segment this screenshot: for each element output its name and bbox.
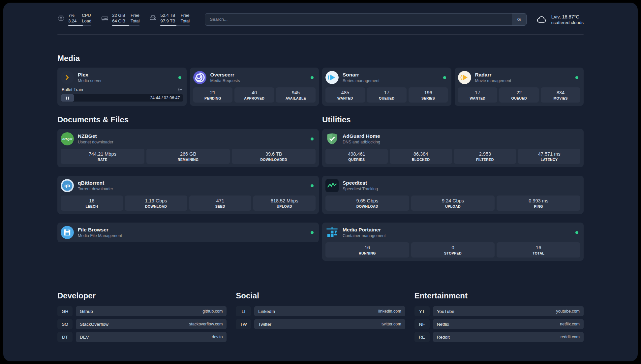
bookmark-abbr: LI bbox=[236, 306, 251, 316]
bookmark-domain: github.com bbox=[202, 309, 223, 314]
bookmark-name: Netflix bbox=[437, 322, 449, 327]
memory-progress-fill bbox=[112, 25, 129, 26]
cpu-progress-bar bbox=[68, 25, 91, 26]
cpu-label-top: CPU bbox=[82, 13, 91, 18]
bookmark-netflix[interactable]: NF Netflix netflix.com bbox=[414, 319, 584, 329]
disk-icon bbox=[149, 15, 157, 22]
stat-approved: 40 APPROVED bbox=[234, 87, 274, 103]
service-card-filebrowser: File Browser Media File Management bbox=[57, 223, 319, 242]
stat-latency: 47.571 ms LATENCY bbox=[518, 149, 580, 164]
section-documents: Documents & Files nzbget NZBGet Usenet d… bbox=[57, 115, 319, 251]
service-link-overseerr[interactable]: Overseerr Media Requests bbox=[193, 71, 316, 84]
service-subtitle: Media File Management bbox=[78, 233, 122, 238]
disk-progress-fill bbox=[160, 25, 176, 26]
bookmark-name: DEV bbox=[80, 335, 89, 340]
service-link-adguard[interactable]: AdGuard Home DNS and adblocking bbox=[325, 132, 580, 145]
status-dot bbox=[178, 76, 181, 79]
stat-ping: 0.993 ms PING bbox=[497, 196, 580, 211]
memory-progress-bar bbox=[112, 25, 139, 26]
service-link-speedtest[interactable]: Speedtest Speedtest Tracking bbox=[325, 179, 580, 192]
service-link-filebrowser[interactable]: File Browser Media File Management bbox=[61, 226, 316, 239]
bookmark-linkedin[interactable]: LI LinkedIn linkedin.com bbox=[236, 306, 405, 316]
radarr-icon bbox=[458, 71, 471, 84]
search-provider-button[interactable]: G bbox=[512, 14, 526, 25]
bookmarks-section: Developer GH Github github.com SO StackO… bbox=[57, 291, 584, 345]
service-card-overseerr: Overseerr Media Requests 21 PENDING 40 A… bbox=[190, 68, 319, 106]
disk-values: 52.4 TB 97.9 TB bbox=[160, 13, 175, 24]
section-media: Media Plex Media server Bullet Train bbox=[57, 54, 584, 106]
bookmark-group-title: Entertainment bbox=[414, 291, 584, 300]
bookmark-name: Github bbox=[80, 309, 93, 314]
pause-button[interactable] bbox=[61, 94, 74, 102]
memory-values: 22 GiB 64 GiB bbox=[112, 13, 125, 24]
service-name: Media Portainer bbox=[343, 227, 386, 233]
service-link-portainer[interactable]: Media Portainer Container management bbox=[325, 226, 580, 239]
stat-upload: 618.52 Mbps UPLOAD bbox=[253, 196, 316, 211]
cpu-values: 7% 3.24 bbox=[68, 13, 76, 24]
bookmark-twitter[interactable]: TW Twitter twitter.com bbox=[236, 319, 405, 329]
status-dot bbox=[443, 76, 446, 79]
service-link-qbittorrent[interactable]: qb qBittorrent Torrent downloader bbox=[61, 179, 316, 192]
plex-icon bbox=[61, 71, 74, 84]
bookmark-abbr: TW bbox=[236, 319, 251, 329]
stat-seed: 471 SEED bbox=[189, 196, 252, 211]
service-card-speedtest: Speedtest Speedtest Tracking 9.65 Gbps D… bbox=[322, 176, 584, 214]
bookmark-github[interactable]: GH Github github.com bbox=[57, 306, 227, 316]
status-dot bbox=[311, 231, 314, 234]
service-link-plex[interactable]: Plex Media server bbox=[61, 71, 183, 84]
status-dot bbox=[575, 231, 578, 234]
disk-label-top: Free bbox=[181, 13, 190, 18]
bookmark-abbr: GH bbox=[57, 306, 73, 316]
bookmark-abbr: YT bbox=[414, 306, 430, 316]
portainer-icon bbox=[325, 226, 339, 239]
status-dot bbox=[311, 184, 314, 187]
bookmark-domain: twitter.com bbox=[382, 322, 401, 326]
adguard-icon bbox=[325, 132, 339, 145]
service-link-sonarr[interactable]: Sonarr Series management bbox=[325, 71, 448, 84]
speedtest-icon bbox=[325, 179, 339, 192]
bookmark-stackoverflow[interactable]: SO StackOverflow stackoverflow.com bbox=[57, 319, 227, 329]
service-name: NZBGet bbox=[78, 133, 113, 139]
cpu-label-bottom: Load bbox=[82, 18, 91, 24]
stat-rate: 744.21 Mbps RATE bbox=[61, 149, 144, 164]
service-name: Sonarr bbox=[343, 72, 380, 78]
memory-labels: Free Total bbox=[131, 13, 139, 24]
service-name: Speedtest bbox=[343, 180, 378, 186]
bookmark-name: StackOverflow bbox=[80, 322, 108, 327]
weather-condition: scattered clouds bbox=[551, 20, 584, 25]
bookmark-youtube[interactable]: YT YouTube youtube.com bbox=[414, 306, 584, 316]
bookmark-reddit[interactable]: RE Reddit reddit.com bbox=[414, 332, 584, 342]
status-dot bbox=[311, 76, 314, 79]
bookmark-group-social: Social LI LinkedIn linkedin.com TW Twitt… bbox=[236, 291, 405, 332]
nzbget-icon: nzbget bbox=[61, 132, 74, 145]
svg-text:nzbget: nzbget bbox=[62, 137, 73, 141]
pause-icon bbox=[66, 97, 67, 100]
search-input[interactable] bbox=[205, 14, 511, 25]
service-name: File Browser bbox=[78, 227, 122, 233]
stat-queued: 17 QUEUED bbox=[367, 87, 407, 103]
memory-icon bbox=[101, 15, 108, 22]
qbittorrent-icon: qb bbox=[61, 179, 74, 192]
service-link-radarr[interactable]: Radarr Movie management bbox=[458, 71, 581, 84]
memory-widget: 22 GiB 64 GiB Free Total bbox=[101, 13, 139, 26]
sonarr-icon bbox=[325, 71, 339, 84]
weather-location: Lviv, 16.87°C bbox=[551, 14, 584, 20]
service-card-portainer: Media Portainer Container management 16 … bbox=[322, 223, 584, 261]
bookmark-abbr: RE bbox=[414, 332, 430, 342]
service-link-nzbget[interactable]: nzbget NZBGet Usenet downloader bbox=[61, 132, 316, 145]
gear-icon[interactable] bbox=[177, 87, 182, 92]
bookmark-name: YouTube bbox=[437, 309, 454, 314]
stat-blocked: 86,384 BLOCKED bbox=[390, 149, 452, 164]
weather-widget: Lviv, 16.87°C scattered clouds bbox=[536, 14, 584, 25]
now-playing-title: Bullet Train bbox=[62, 87, 83, 92]
memory-total-value: 64 GiB bbox=[112, 18, 125, 24]
cpu-progress-fill bbox=[68, 25, 83, 26]
stat-download: 1.19 Gbps DOWNLOAD bbox=[125, 196, 187, 211]
service-card-qbittorrent: qb qBittorrent Torrent downloader 16 LEE… bbox=[57, 176, 319, 214]
service-subtitle: Speedtest Tracking bbox=[343, 187, 378, 191]
bookmark-dev[interactable]: DT DEV dev.to bbox=[57, 332, 227, 342]
stat-upload: 9.24 Gbps UPLOAD bbox=[411, 196, 495, 211]
cpu-load-value: 3.24 bbox=[68, 18, 76, 24]
stat-running: 16 RUNNING bbox=[325, 242, 409, 258]
stat-wanted: 17 WANTED bbox=[458, 87, 498, 103]
